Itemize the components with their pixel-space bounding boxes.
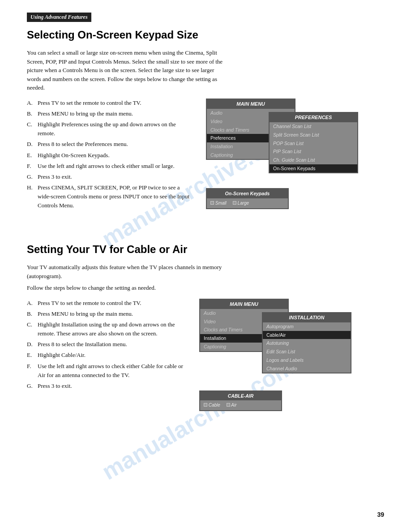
step-C1: C. Highlight Preferences using the up an… bbox=[27, 120, 193, 138]
step-label-C2: C. bbox=[27, 320, 36, 338]
section2-screenshots: MAIN MENU Audio Video Clocks and Timers … bbox=[199, 299, 384, 415]
section2-install-menu: INSTALLATION Autoprogram Cable/Air Autot… bbox=[262, 312, 351, 374]
section2-menus-wrapper: MAIN MENU Audio Video Clocks and Timers … bbox=[199, 299, 351, 382]
pref-item-1: Channel Scan List bbox=[270, 122, 357, 131]
step-label-F2: F. bbox=[27, 362, 36, 380]
install-menu-header: INSTALLATION bbox=[263, 313, 351, 322]
cable-menu-radio2: Air bbox=[227, 402, 237, 408]
section1-menus-wrapper: MAIN MENU Audio Video Clocks and Timers … bbox=[206, 99, 358, 179]
install-item-autoprogram: Autoprogram bbox=[263, 322, 351, 331]
page-number: 39 bbox=[377, 511, 384, 519]
section2-cable-menu: CABLE-AIR Cable Air bbox=[199, 390, 282, 412]
step-B2: B. Press MENU to bring up the main menu. bbox=[27, 309, 186, 318]
step-label-C1: C. bbox=[27, 120, 36, 138]
pref-item-3: POP Scan List bbox=[270, 139, 357, 148]
section1-pref-menu: PREFERENCES Channel Scan List Split Scre… bbox=[269, 112, 358, 174]
section2-intro: Your TV automatically adjusts this featu… bbox=[27, 263, 237, 280]
section1-block: A. Press TV to set the remote to control… bbox=[27, 99, 384, 215]
step-B1: B. Press MENU to bring up the main menu. bbox=[27, 109, 193, 118]
step-label-A2: A. bbox=[27, 299, 36, 308]
s2-main-menu-header: MAIN MENU bbox=[200, 300, 288, 309]
step-C2: C. Highlight Installation using the up a… bbox=[27, 320, 186, 338]
section2-follow: Follow the steps below to change the set… bbox=[27, 284, 237, 292]
pref-item-4: PIP Scan List bbox=[270, 147, 357, 156]
radio-small bbox=[210, 201, 214, 205]
small-menu-header: On-Screen Keypads bbox=[207, 189, 288, 198]
step-D2: D. Press 8 to select the Installation me… bbox=[27, 340, 186, 349]
step-text-B2: Press MENU to bring up the main menu. bbox=[38, 309, 186, 318]
section-spacer bbox=[27, 228, 384, 242]
step-text-C1: Highlight Preferences using the up and d… bbox=[38, 120, 193, 138]
step-label-F1: F. bbox=[27, 162, 36, 171]
step-E1: E. Highlight On-Screen Keypads. bbox=[27, 151, 193, 160]
step-text-H1: Press CINEMA, SPLIT SCREEN, POP, or PIP … bbox=[38, 183, 193, 210]
section-header-bar: Using Advanced Features bbox=[27, 13, 91, 22]
section1-title: Selecting On-Screen Keypad Size bbox=[27, 27, 384, 43]
section2-title: Setting Your TV for Cable or Air bbox=[27, 242, 384, 257]
step-text-A2: Press TV to set the remote to control th… bbox=[38, 299, 186, 308]
small-menu-options: Small Large bbox=[207, 198, 288, 208]
step-D1: D. Press 8 to select the Preferences men… bbox=[27, 140, 193, 149]
cable-menu-radio1: Cable bbox=[204, 402, 220, 408]
step-label-B2: B. bbox=[27, 309, 36, 318]
install-item-logos: Logos and Labels bbox=[263, 356, 351, 365]
pref-item-5: Ch. Guide Scan List bbox=[270, 156, 357, 164]
pref-item-2: Split Screen Scan List bbox=[270, 131, 357, 139]
step-label-H1: H. bbox=[27, 183, 36, 210]
cable-menu-header: CABLE-AIR bbox=[200, 391, 281, 401]
small-menu-radio2: Large bbox=[233, 200, 249, 206]
step-text-E1: Highlight On-Screen Keypads. bbox=[38, 151, 193, 160]
step-label-D1: D. bbox=[27, 140, 36, 149]
section1-small-menu: On-Screen Keypads Small Large bbox=[206, 188, 289, 209]
section2-steps: A. Press TV to set the remote to control… bbox=[27, 299, 186, 392]
step-text-A1: Press TV to set the remote to control th… bbox=[38, 99, 193, 107]
step-G2: G. Press 3 to exit. bbox=[27, 382, 186, 390]
step-label-A1: A. bbox=[27, 99, 36, 107]
step-G1: G. Press 3 to exit. bbox=[27, 172, 193, 181]
radio-cable bbox=[204, 403, 207, 407]
step-text-D2: Press 8 to select the Installation menu. bbox=[38, 340, 186, 349]
step-label-E2: E. bbox=[27, 351, 36, 360]
step-A1: A. Press TV to set the remote to control… bbox=[27, 99, 193, 107]
step-text-F1: Use the left and right arrows to check e… bbox=[38, 162, 193, 171]
step-label-G2: G. bbox=[27, 382, 36, 390]
small-menu-radio1: Small bbox=[210, 200, 227, 206]
step-label-E1: E. bbox=[27, 151, 36, 160]
section2-block: A. Press TV to set the remote to control… bbox=[27, 299, 384, 415]
step-label-B1: B. bbox=[27, 109, 36, 118]
page: manualarchive.com manualarchive.com Usin… bbox=[0, 0, 411, 532]
install-item-cableair: Cable/Air bbox=[263, 331, 351, 339]
install-item-channelaudio: Channel Audio bbox=[263, 365, 351, 373]
step-label-G1: G. bbox=[27, 172, 36, 181]
main-menu-header: MAIN MENU bbox=[207, 99, 295, 109]
step-text-G1: Press 3 to exit. bbox=[38, 172, 193, 181]
step-text-C2: Highlight Installation using the up and … bbox=[38, 320, 186, 338]
step-F2: F. Use the left and right arrows to chec… bbox=[27, 362, 186, 380]
step-text-G2: Press 3 to exit. bbox=[38, 382, 186, 390]
cable-menu-options: Cable Air bbox=[200, 400, 281, 410]
step-H1: H. Press CINEMA, SPLIT SCREEN, POP, or P… bbox=[27, 183, 193, 210]
radio-large bbox=[233, 201, 236, 205]
step-F1: F. Use the left and right arrows to chec… bbox=[27, 162, 193, 171]
install-item-autotuning: Autotuning bbox=[263, 339, 351, 348]
pref-menu-header: PREFERENCES bbox=[270, 113, 357, 122]
step-text-F2: Use the left and right arrows to check e… bbox=[38, 362, 186, 380]
step-label-D2: D. bbox=[27, 340, 36, 349]
step-A2: A. Press TV to set the remote to control… bbox=[27, 299, 186, 308]
section1-screenshots: MAIN MENU Audio Video Clocks and Timers … bbox=[206, 99, 384, 215]
pref-item-6: On-Screen Keypads bbox=[270, 164, 357, 173]
section1-steps: A. Press TV to set the remote to control… bbox=[27, 99, 193, 212]
step-text-E2: Highlight Cable/Air. bbox=[38, 351, 186, 360]
step-E2: E. Highlight Cable/Air. bbox=[27, 351, 186, 360]
section1-intro: You can select a small or large size on-… bbox=[27, 48, 224, 92]
install-item-editscan: Edit Scan List bbox=[263, 348, 351, 356]
step-text-D1: Press 8 to select the Preferences menu. bbox=[38, 140, 193, 149]
step-text-B1: Press MENU to bring up the main menu. bbox=[38, 109, 193, 118]
radio-air bbox=[227, 403, 230, 407]
